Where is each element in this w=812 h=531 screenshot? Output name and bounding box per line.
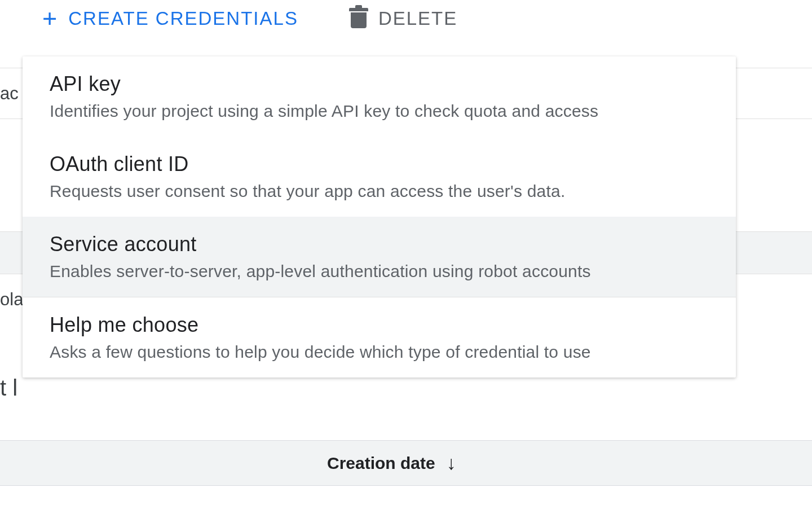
trash-icon: [349, 8, 368, 29]
menu-item-api-key[interactable]: API key Identifies your project using a …: [23, 56, 736, 137]
column-header-label: Creation date: [327, 454, 435, 473]
menu-item-title: OAuth client ID: [50, 152, 709, 176]
bg-text-fragment: t l: [0, 375, 17, 401]
create-credentials-label: CREATE CREDENTIALS: [68, 8, 298, 29]
create-credentials-button[interactable]: + CREATE CREDENTIALS: [42, 6, 298, 31]
toolbar: + CREATE CREDENTIALS DELETE: [0, 0, 812, 48]
menu-item-desc: Enables server-to-server, app-level auth…: [50, 262, 709, 281]
column-header-creation-date[interactable]: Creation date ↓: [327, 452, 456, 474]
menu-item-desc: Requests user consent so that your app c…: [50, 182, 709, 201]
menu-item-desc: Identifies your project using a simple A…: [50, 102, 709, 121]
menu-item-title: API key: [50, 72, 709, 96]
menu-item-title: Help me choose: [50, 313, 709, 337]
bg-text-fragment: ola: [0, 289, 23, 310]
plus-icon: +: [42, 6, 58, 31]
menu-item-help-me-choose[interactable]: Help me choose Asks a few questions to h…: [23, 297, 736, 378]
bg-text-fragment: ac: [0, 84, 19, 104]
table-header-row: Creation date ↓: [0, 440, 812, 486]
arrow-down-icon: ↓: [447, 452, 456, 474]
menu-item-desc: Asks a few questions to help you decide …: [50, 343, 709, 362]
delete-button[interactable]: DELETE: [349, 8, 457, 29]
menu-item-service-account[interactable]: Service account Enables server-to-server…: [23, 217, 736, 297]
menu-item-title: Service account: [50, 232, 709, 256]
create-credentials-dropdown: API key Identifies your project using a …: [23, 56, 736, 378]
delete-label: DELETE: [378, 8, 457, 29]
menu-item-oauth-client-id[interactable]: OAuth client ID Requests user consent so…: [23, 137, 736, 217]
